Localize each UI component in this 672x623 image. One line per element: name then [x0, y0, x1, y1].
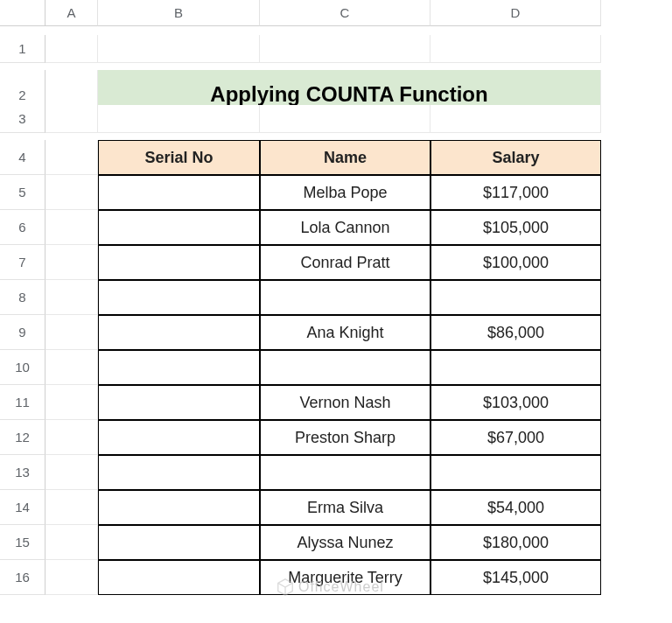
cell-B11[interactable] — [98, 385, 260, 420]
cell-D16[interactable]: $145,000 — [430, 560, 601, 595]
cell-C5[interactable]: Melba Pope — [260, 175, 430, 210]
cell-A5[interactable] — [46, 175, 98, 210]
row-header-12[interactable]: 12 — [0, 420, 46, 455]
cell-B12[interactable] — [98, 420, 260, 455]
cell-A9[interactable] — [46, 315, 98, 350]
cell-B1[interactable] — [98, 35, 260, 63]
col-header-D[interactable]: D — [430, 0, 601, 26]
cell-B5[interactable] — [98, 175, 260, 210]
cell-C9[interactable]: Ana Knight — [260, 315, 430, 350]
row-header-16[interactable]: 16 — [0, 560, 46, 595]
cell-B16[interactable] — [98, 560, 260, 595]
cell-B15[interactable] — [98, 525, 260, 560]
cell-C3[interactable] — [260, 105, 430, 133]
cell-D10[interactable] — [430, 350, 601, 385]
cell-C14[interactable]: Erma Silva — [260, 490, 430, 525]
cell-D14[interactable]: $54,000 — [430, 490, 601, 525]
cell-A16[interactable] — [46, 560, 98, 595]
cell-B6[interactable] — [98, 210, 260, 245]
cell-A3[interactable] — [46, 105, 98, 133]
cell-D9[interactable]: $86,000 — [430, 315, 601, 350]
cell-C15[interactable]: Alyssa Nunez — [260, 525, 430, 560]
row-header-9[interactable]: 9 — [0, 315, 46, 350]
col-header-B[interactable]: B — [98, 0, 260, 26]
cell-C12[interactable]: Preston Sharp — [260, 420, 430, 455]
row-header-5[interactable]: 5 — [0, 175, 46, 210]
cell-C8[interactable] — [260, 280, 430, 315]
cell-D6[interactable]: $105,000 — [430, 210, 601, 245]
header-salary[interactable]: Salary — [430, 140, 601, 175]
cell-A4[interactable] — [46, 140, 98, 175]
cell-A10[interactable] — [46, 350, 98, 385]
cell-C11[interactable]: Vernon Nash — [260, 385, 430, 420]
row-header-11[interactable]: 11 — [0, 385, 46, 420]
header-serial[interactable]: Serial No — [98, 140, 260, 175]
cell-B8[interactable] — [98, 280, 260, 315]
cell-A7[interactable] — [46, 245, 98, 280]
spreadsheet-grid: A B C D 1 2 Applying COUNTA Function 3 4… — [0, 0, 672, 595]
corner-cell[interactable] — [0, 0, 46, 26]
row-header-10[interactable]: 10 — [0, 350, 46, 385]
cell-A11[interactable] — [46, 385, 98, 420]
row-header-6[interactable]: 6 — [0, 210, 46, 245]
cell-D12[interactable]: $67,000 — [430, 420, 601, 455]
col-header-A[interactable]: A — [46, 0, 98, 26]
cell-C16[interactable]: Marguerite Terry — [260, 560, 430, 595]
cell-A13[interactable] — [46, 455, 98, 490]
cell-D8[interactable] — [430, 280, 601, 315]
cell-B14[interactable] — [98, 490, 260, 525]
cell-C1[interactable] — [260, 35, 430, 63]
cell-B7[interactable] — [98, 245, 260, 280]
row-header-1[interactable]: 1 — [0, 35, 46, 63]
row-header-8[interactable]: 8 — [0, 280, 46, 315]
row-header-3[interactable]: 3 — [0, 105, 46, 133]
cell-A8[interactable] — [46, 280, 98, 315]
cell-D5[interactable]: $117,000 — [430, 175, 601, 210]
row-header-7[interactable]: 7 — [0, 245, 46, 280]
cell-A6[interactable] — [46, 210, 98, 245]
col-header-C[interactable]: C — [260, 0, 430, 26]
row-header-15[interactable]: 15 — [0, 525, 46, 560]
cell-C10[interactable] — [260, 350, 430, 385]
cell-B13[interactable] — [98, 455, 260, 490]
cell-B9[interactable] — [98, 315, 260, 350]
cell-C6[interactable]: Lola Cannon — [260, 210, 430, 245]
cell-D15[interactable]: $180,000 — [430, 525, 601, 560]
cell-A15[interactable] — [46, 525, 98, 560]
cell-A14[interactable] — [46, 490, 98, 525]
cell-C7[interactable]: Conrad Pratt — [260, 245, 430, 280]
cell-D13[interactable] — [430, 455, 601, 490]
cell-A1[interactable] — [46, 35, 98, 63]
header-name[interactable]: Name — [260, 140, 430, 175]
cell-D7[interactable]: $100,000 — [430, 245, 601, 280]
cell-D3[interactable] — [430, 105, 601, 133]
row-header-13[interactable]: 13 — [0, 455, 46, 490]
cell-C13[interactable] — [260, 455, 430, 490]
row-header-4[interactable]: 4 — [0, 140, 46, 175]
row-header-14[interactable]: 14 — [0, 490, 46, 525]
cell-A12[interactable] — [46, 420, 98, 455]
cell-B3[interactable] — [98, 105, 260, 133]
cell-D1[interactable] — [430, 35, 601, 63]
cell-B10[interactable] — [98, 350, 260, 385]
cell-D11[interactable]: $103,000 — [430, 385, 601, 420]
